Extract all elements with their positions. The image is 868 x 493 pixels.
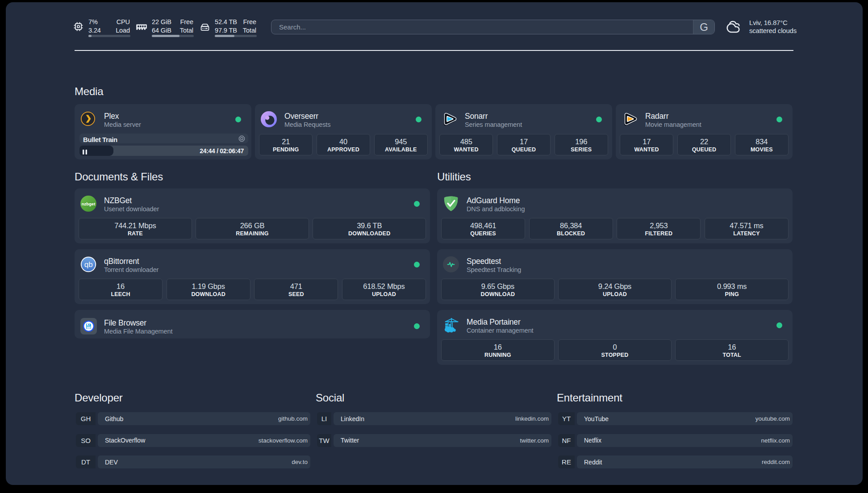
svg-text:qb: qb xyxy=(84,260,93,269)
svg-text:nzbget: nzbget xyxy=(82,201,96,206)
